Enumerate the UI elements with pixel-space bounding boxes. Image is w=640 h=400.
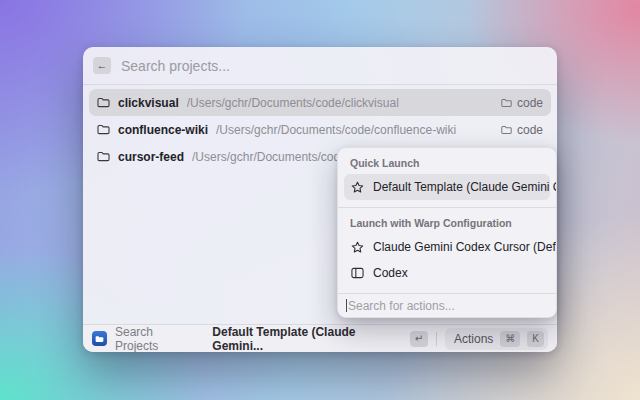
actions-search-input[interactable]: Search for actions... xyxy=(338,293,556,317)
popup-item-label: Codex xyxy=(373,266,408,280)
folder-icon xyxy=(97,97,110,108)
k-key-icon: K xyxy=(527,331,544,347)
footer-app-label: Search Projects xyxy=(115,325,196,353)
folder-tag-icon xyxy=(501,125,512,135)
project-path: /Users/gchr/Documents/code/clickvisual xyxy=(187,96,399,110)
popup-item-label: Claude Gemini Codex Cursor (Default) xyxy=(373,240,557,254)
actions-label: Actions xyxy=(454,332,493,346)
project-row-clickvisual[interactable]: clickvisual /Users/gchr/Documents/code/c… xyxy=(89,89,551,116)
desktop-background: ← clickvisual /Users/gchr/Documents/code… xyxy=(0,0,640,400)
project-tag-label: code xyxy=(517,123,543,137)
actions-search-placeholder: Search for actions... xyxy=(348,299,455,313)
project-path: /Users/gchr/Documents/code/confluence-wi… xyxy=(216,123,456,137)
command-key-icon: ⌘ xyxy=(500,331,520,347)
project-tag: code xyxy=(501,123,543,137)
search-bar: ← xyxy=(83,47,557,85)
project-name: cursor-feed xyxy=(118,150,184,164)
popup-item-claude-gemini-codex-cursor[interactable]: Claude Gemini Codex Cursor (Default) xyxy=(344,234,550,260)
actions-popup: Quick Launch Default Template (Claude Ge… xyxy=(337,147,557,318)
enter-key-icon: ↵ xyxy=(410,331,428,347)
footer-bar: Search Projects Default Template (Claude… xyxy=(83,324,557,352)
popup-item-default-template[interactable]: Default Template (Claude Gemini Code... … xyxy=(344,174,550,200)
actions-button[interactable]: Actions ⌘ K xyxy=(445,328,548,350)
footer-divider xyxy=(436,332,437,346)
popup-item-codex[interactable]: Codex xyxy=(344,260,550,286)
star-icon xyxy=(351,241,364,254)
folder-icon xyxy=(97,124,110,135)
project-name: confluence-wiki xyxy=(118,123,208,137)
project-name: clickvisual xyxy=(118,96,179,110)
search-input[interactable] xyxy=(121,58,547,74)
project-row-confluence-wiki[interactable]: confluence-wiki /Users/gchr/Documents/co… xyxy=(89,116,551,143)
warp-config-section-title: Launch with Warp Configuration xyxy=(338,208,556,234)
back-button[interactable]: ← xyxy=(93,57,111,74)
project-tag-label: code xyxy=(517,96,543,110)
folder-tag-icon xyxy=(501,98,512,108)
project-tag: code xyxy=(501,96,543,110)
popup-item-label: Default Template (Claude Gemini Code... xyxy=(373,180,557,194)
star-icon xyxy=(351,181,364,194)
quick-launch-section-title: Quick Launch xyxy=(338,148,556,174)
footer-primary-action[interactable]: Default Template (Claude Gemini... xyxy=(212,325,401,353)
folder-icon xyxy=(97,151,110,162)
extension-app-icon xyxy=(92,331,107,346)
text-caret xyxy=(346,299,347,312)
sidebar-panel-icon xyxy=(351,267,364,279)
